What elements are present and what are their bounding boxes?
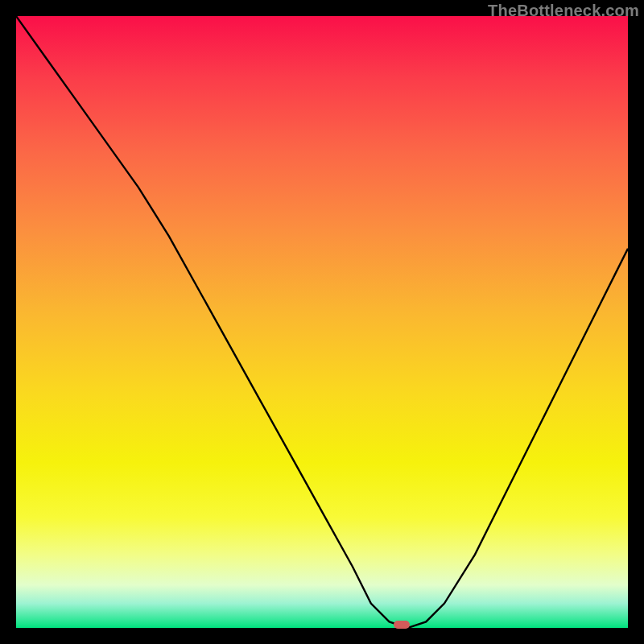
chart-frame: TheBottleneck.com [0, 0, 644, 644]
watermark-text: TheBottleneck.com [488, 2, 639, 20]
optimal-marker [394, 621, 410, 629]
bottleneck-curve [16, 16, 628, 628]
curve-svg [16, 16, 628, 628]
plot-area [16, 16, 628, 628]
